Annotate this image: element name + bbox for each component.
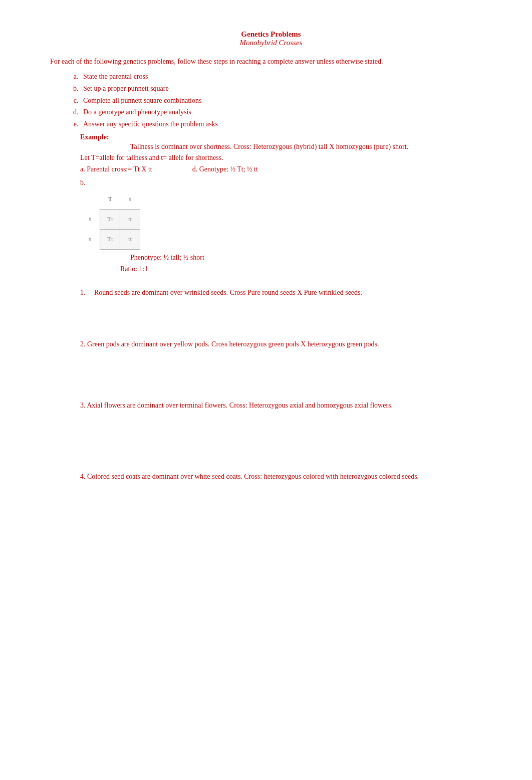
step-b: Set up a proper punnett square xyxy=(80,83,492,95)
punnett-table-wrapper: b. T t t Tt tt t Tt tt xyxy=(80,179,140,250)
problem-1: 1. Round seeds are dominant over wrinkle… xyxy=(80,287,492,328)
page-title: Genetics Problems Monohybrid Crosses xyxy=(50,30,492,47)
problem-1-number: 1. xyxy=(80,289,86,296)
steps-list: State the parental cross Set up a proper… xyxy=(80,71,492,130)
punnett-cell-10: Tt xyxy=(100,229,120,249)
punnett-area: b. T t t Tt tt t Tt tt xyxy=(80,179,492,250)
problem-3-number: 3. xyxy=(80,402,86,409)
punnett-cell-11: tt xyxy=(120,229,140,249)
problem-3: 3. Axial flowers are dominant over termi… xyxy=(80,400,492,461)
phenotype-ratio: Phenotype: ½ tall; ½ short Ratio: 1:1 xyxy=(80,252,492,276)
problem-1-text: Round seeds are dominant over wrinkled s… xyxy=(94,289,362,296)
step-a: State the parental cross xyxy=(80,71,492,83)
ratio-line: Ratio: 1:1 xyxy=(120,263,492,275)
problem-4-number: 4. xyxy=(80,473,86,480)
punnett-col-header-2: t xyxy=(120,189,140,209)
example-content: Tallness is dominant over shortness. Cro… xyxy=(80,141,492,175)
example-line2: Let T=allele for tallness and t= allele … xyxy=(80,152,492,163)
problem-2: 2. Green pods are dominant over yellow p… xyxy=(80,339,492,390)
example-parental: a. Parental cross:= Tt X tt xyxy=(80,164,152,175)
example-genotype: d. Genotype: ½ Tt; ½ tt xyxy=(192,164,258,175)
punnett-col-header-1: T xyxy=(100,189,120,209)
problem-4-text: Colored seed coats are dominant over whi… xyxy=(87,473,419,480)
problem-3-text: Axial flowers are dominant over terminal… xyxy=(87,402,393,409)
example-line1: Tallness is dominant over shortness. Cro… xyxy=(130,141,492,152)
punnett-table: T t t Tt tt t Tt tt xyxy=(80,189,140,250)
punnett-row-header-2: t xyxy=(80,229,100,249)
example-line3: a. Parental cross:= Tt X tt d. Genotype:… xyxy=(80,164,492,175)
intro-paragraph: For each of the following genetics probl… xyxy=(50,56,492,67)
step-c: Complete all punnett square combinations xyxy=(80,95,492,107)
step-d: Do a genotype and phenotype analysis xyxy=(80,106,492,118)
punnett-cell-01: tt xyxy=(120,209,140,229)
title-sub: Monohybrid Crosses xyxy=(50,39,492,47)
problem-2-text: Green pods are dominant over yellow pods… xyxy=(87,340,379,348)
punnett-corner xyxy=(80,189,100,209)
example-label: Example: xyxy=(80,133,492,141)
phenotype-line: Phenotype: ½ tall; ½ short xyxy=(130,252,492,264)
title-main: Genetics Problems xyxy=(50,30,492,39)
punnett-row-header-1: t xyxy=(80,209,100,229)
punnett-b-label: b. xyxy=(80,179,140,187)
problem-2-number: 2. xyxy=(80,340,86,348)
step-e: Answer any specific questions the proble… xyxy=(80,118,492,130)
problem-4: 4. Colored seed coats are dominant over … xyxy=(80,471,492,542)
punnett-cell-00: Tt xyxy=(100,209,120,229)
problems-section: 1. Round seeds are dominant over wrinkle… xyxy=(50,287,492,543)
